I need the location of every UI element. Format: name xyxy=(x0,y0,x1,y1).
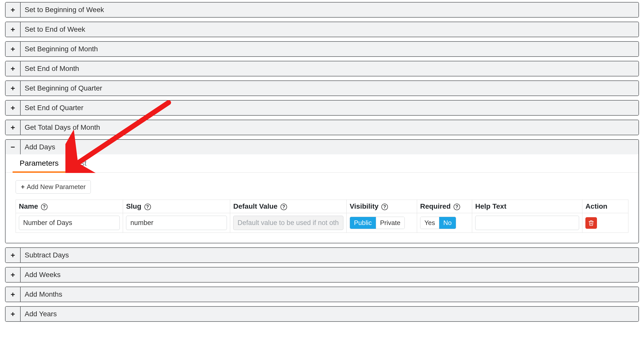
expand-toggle[interactable]: + xyxy=(6,120,21,135)
col-header-action: Action xyxy=(582,200,628,213)
required-no[interactable]: No xyxy=(439,217,456,229)
expand-toggle[interactable]: + xyxy=(6,22,21,37)
parameters-table: Name ? Slug ? Default Value ? xyxy=(16,200,628,233)
accordion-header[interactable]: +Set End of Month xyxy=(6,61,638,76)
add-new-parameter-button[interactable]: + Add New Parameter xyxy=(16,180,91,194)
help-icon[interactable]: ? xyxy=(280,204,287,210)
accordion-header[interactable]: +Set to End of Week xyxy=(6,22,638,37)
plus-icon: + xyxy=(11,64,15,73)
visibility-private[interactable]: Private xyxy=(376,217,405,229)
visibility-public[interactable]: Public xyxy=(350,217,376,229)
col-header-help-text-label: Help Text xyxy=(475,202,506,210)
accordion-title: Set Beginning of Quarter xyxy=(21,81,638,96)
accordion-header[interactable]: +Get Total Days of Month xyxy=(6,120,638,135)
accordion-item: +Add Weeks xyxy=(5,267,639,283)
col-header-visibility-label: Visibility xyxy=(350,202,379,210)
accordion-item: +Set to End of Week xyxy=(5,22,639,37)
accordion-item: +Add Years xyxy=(5,306,639,322)
col-header-visibility: Visibility ? xyxy=(346,200,417,213)
expand-toggle[interactable]: + xyxy=(6,267,21,282)
accordion-title: Add Months xyxy=(21,287,638,302)
plus-icon: + xyxy=(11,6,15,14)
tabs: Parameters Test xyxy=(6,154,638,173)
accordion-header[interactable]: +Add Years xyxy=(6,307,638,321)
accordion-title: Add Days xyxy=(21,140,638,154)
required-toggle: Yes No xyxy=(420,217,456,229)
plus-icon: + xyxy=(11,45,15,53)
col-header-default-value-label: Default Value xyxy=(233,202,277,210)
accordion-item: +Set Beginning of Quarter xyxy=(5,80,639,96)
accordion-title: Subtract Days xyxy=(21,248,638,262)
accordion-header[interactable]: +Subtract Days xyxy=(6,248,638,262)
accordion-header[interactable]: +Set Beginning of Quarter xyxy=(6,81,638,96)
col-header-name-label: Name xyxy=(19,202,38,210)
plus-icon: + xyxy=(11,104,15,112)
slug-input[interactable] xyxy=(126,216,227,230)
accordion-item: +Set End of Quarter xyxy=(5,100,639,116)
default-value-input[interactable] xyxy=(233,216,343,230)
accordion-title: Get Total Days of Month xyxy=(21,120,638,135)
name-input[interactable] xyxy=(19,216,120,230)
accordion-item: +Add Months xyxy=(5,287,639,302)
accordion-title: Add Years xyxy=(21,307,638,321)
accordion-header[interactable]: − Add Days xyxy=(6,140,638,154)
col-header-help-text: Help Text xyxy=(472,200,582,213)
accordion-item: +Subtract Days xyxy=(5,247,639,263)
help-text-input[interactable] xyxy=(475,216,579,230)
accordion-title: Set End of Month xyxy=(21,61,638,76)
expand-toggle[interactable]: + xyxy=(6,307,21,321)
visibility-toggle: Public Private xyxy=(350,217,405,229)
accordion-item: +Set End of Month xyxy=(5,61,639,76)
accordion-title: Set Beginning of Month xyxy=(21,42,638,56)
help-icon[interactable]: ? xyxy=(144,204,151,210)
accordion-header[interactable]: +Set End of Quarter xyxy=(6,101,638,115)
trash-icon xyxy=(588,220,594,226)
table-row: Public Private Yes No xyxy=(16,213,628,233)
tab-parameters[interactable]: Parameters xyxy=(13,154,66,173)
collapse-toggle[interactable]: − xyxy=(6,140,21,154)
expand-toggle[interactable]: + xyxy=(6,101,21,115)
accordion-body: Parameters Test + Add New Parameter xyxy=(6,154,638,243)
accordion-header[interactable]: +Add Months xyxy=(6,287,638,302)
accordion-item: +Set Beginning of Month xyxy=(5,41,639,57)
expand-toggle[interactable]: + xyxy=(6,248,21,262)
add-new-parameter-label: Add New Parameter xyxy=(27,183,86,191)
col-header-default-value: Default Value ? xyxy=(230,200,347,213)
plus-icon: + xyxy=(11,270,15,279)
plus-icon: + xyxy=(11,25,15,34)
plus-icon: + xyxy=(11,290,15,299)
accordion-header[interactable]: +Add Weeks xyxy=(6,267,638,282)
accordion-title: Set to Beginning of Week xyxy=(21,3,638,17)
tab-test[interactable]: Test xyxy=(66,154,94,173)
expand-toggle[interactable]: + xyxy=(6,3,21,17)
help-icon[interactable]: ? xyxy=(41,204,48,210)
col-header-required: Required ? xyxy=(417,200,472,213)
help-icon[interactable]: ? xyxy=(381,204,388,210)
expand-toggle[interactable]: + xyxy=(6,287,21,302)
expand-toggle[interactable]: + xyxy=(6,61,21,76)
help-icon[interactable]: ? xyxy=(454,204,460,210)
accordion-item-add-days: − Add Days Parameters Test + Add New Par… xyxy=(5,139,639,243)
plus-icon: + xyxy=(11,84,15,93)
required-yes[interactable]: Yes xyxy=(420,217,439,229)
accordion-item: +Get Total Days of Month xyxy=(5,120,639,135)
table-header-row: Name ? Slug ? Default Value ? xyxy=(16,200,628,213)
accordion-item: +Set to Beginning of Week xyxy=(5,2,639,18)
expand-toggle[interactable]: + xyxy=(6,42,21,56)
expand-toggle[interactable]: + xyxy=(6,81,21,96)
col-header-required-label: Required xyxy=(420,202,451,210)
accordion-title: Set End of Quarter xyxy=(21,101,638,115)
col-header-name: Name ? xyxy=(16,200,123,213)
accordion-title: Add Weeks xyxy=(21,267,638,282)
minus-icon: − xyxy=(11,143,15,151)
plus-icon: + xyxy=(11,123,15,132)
col-header-slug-label: Slug xyxy=(126,202,141,210)
delete-row-button[interactable] xyxy=(585,217,597,229)
accordion-title: Set to End of Week xyxy=(21,22,638,37)
col-header-slug: Slug ? xyxy=(123,200,230,213)
plus-icon: + xyxy=(21,183,25,191)
accordion-header[interactable]: +Set Beginning of Month xyxy=(6,42,638,56)
col-header-action-label: Action xyxy=(585,202,607,210)
accordion-header[interactable]: +Set to Beginning of Week xyxy=(6,3,638,17)
plus-icon: + xyxy=(11,251,15,259)
